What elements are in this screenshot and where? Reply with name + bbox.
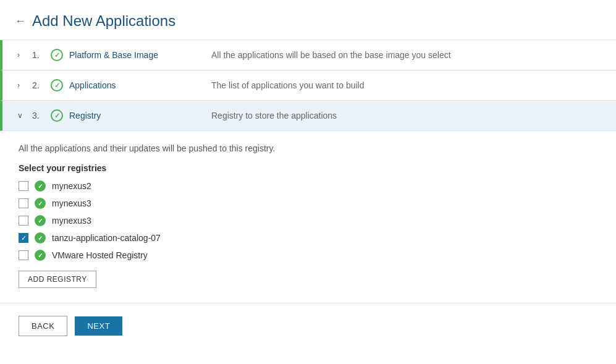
- page-header: ← Add New Applications: [0, 0, 616, 40]
- steps-container: › 1. Platform & Base Image All the appli…: [0, 40, 616, 303]
- registry-2-status-icon: [35, 198, 46, 209]
- step-2-label: Applications: [69, 80, 180, 90]
- step-2-number: 2.: [32, 80, 44, 90]
- step-3-label: Registry: [69, 111, 180, 121]
- registry-3-checkbox[interactable]: [19, 216, 28, 226]
- step-3-description: Registry to store the applications: [211, 111, 337, 121]
- registry-2-checkbox[interactable]: [19, 198, 28, 208]
- registry-1-status-icon: [35, 180, 46, 192]
- registry-4-name: tanzu-application-catalog-07: [52, 233, 161, 243]
- registry-5-status-icon: [35, 250, 46, 261]
- back-arrow-link[interactable]: ←: [15, 15, 26, 28]
- registry-description: All the applications and their updates w…: [19, 143, 597, 153]
- step-row-1[interactable]: › 1. Platform & Base Image All the appli…: [0, 40, 616, 70]
- list-item: VMware Hosted Registry: [19, 250, 597, 261]
- step-1-label: Platform & Base Image: [69, 50, 180, 60]
- footer-buttons: BACK NEXT: [0, 303, 616, 349]
- step-2-description: The list of applications you want to bui…: [211, 80, 364, 90]
- step-3-number: 3.: [32, 111, 44, 121]
- step-1-check-icon: [51, 49, 63, 61]
- registry-1-checkbox[interactable]: [19, 181, 28, 191]
- step-3-check-icon: [51, 109, 63, 122]
- step-2-check-icon: [51, 79, 63, 91]
- step-row-2[interactable]: › 2. Applications The list of applicatio…: [0, 70, 616, 101]
- list-item: tanzu-application-catalog-07: [19, 232, 597, 243]
- registry-5-checkbox[interactable]: [19, 250, 28, 260]
- step-3-chevron: ∨: [17, 111, 26, 120]
- step-3-content: All the applications and their updates w…: [0, 131, 616, 303]
- step-1-number: 1.: [32, 50, 44, 60]
- page-title: Add New Applications: [32, 12, 175, 30]
- step-1-chevron: ›: [17, 51, 26, 59]
- step-2-chevron: ›: [17, 81, 26, 90]
- registry-3-name: mynexus3: [52, 216, 91, 226]
- add-registry-button[interactable]: ADD REGISTRY: [19, 271, 96, 288]
- next-button[interactable]: NEXT: [75, 316, 122, 336]
- registry-3-status-icon: [35, 215, 46, 226]
- list-item: mynexus3: [19, 198, 597, 209]
- list-item: mynexus3: [19, 215, 597, 226]
- registry-list: mynexus2 mynexus3 mynexus3 tanzu-applica…: [19, 180, 597, 261]
- list-item: mynexus2: [19, 180, 597, 192]
- back-button[interactable]: BACK: [19, 316, 67, 336]
- step-1-description: All the applications will be based on th…: [211, 50, 451, 60]
- step-row-3[interactable]: ∨ 3. Registry Registry to store the appl…: [0, 101, 616, 131]
- registry-1-name: mynexus2: [52, 181, 91, 191]
- registry-2-name: mynexus3: [52, 198, 91, 208]
- registry-4-checkbox[interactable]: [19, 233, 28, 243]
- registry-4-status-icon: [35, 232, 46, 243]
- select-registries-label: Select your registries: [19, 163, 597, 173]
- registry-5-name: VMware Hosted Registry: [52, 250, 148, 260]
